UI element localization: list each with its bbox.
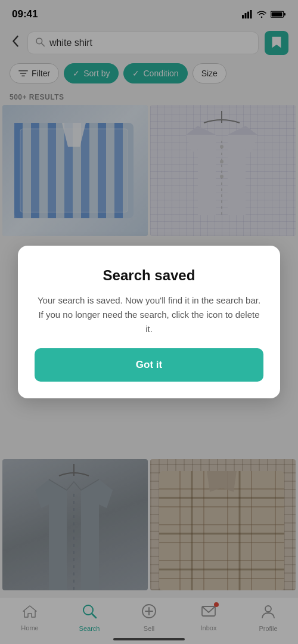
- got-it-button[interactable]: Got it: [35, 348, 263, 382]
- home-indicator: [113, 638, 185, 640]
- modal-body: Your search is saved. Now you'll find it…: [35, 293, 263, 336]
- modal-overlay: Search saved Your search is saved. Now y…: [0, 0, 298, 644]
- modal-title: Search saved: [103, 267, 195, 284]
- modal-dialog: Search saved Your search is saved. Now y…: [18, 246, 280, 398]
